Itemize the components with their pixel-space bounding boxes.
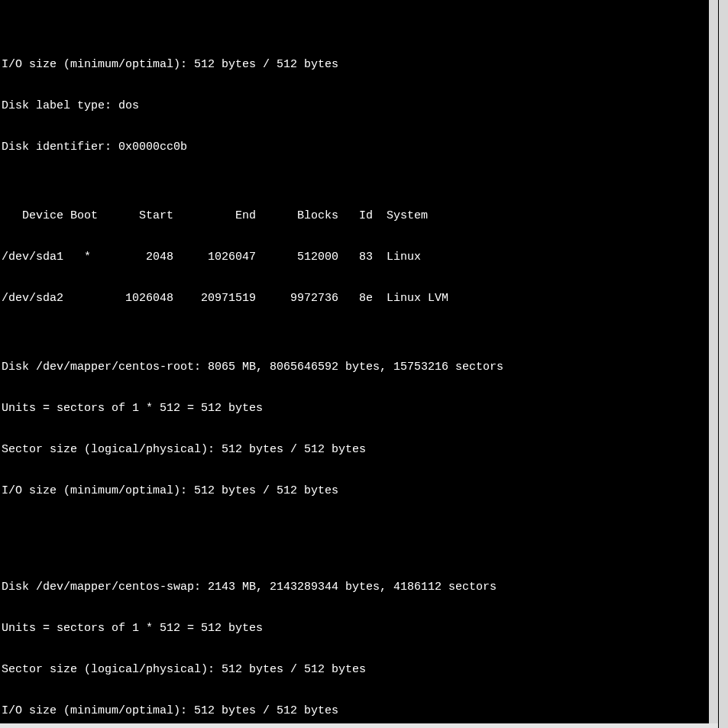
output-line: Sector size (logical/physical): 512 byte… <box>2 443 707 457</box>
output-line: Sector size (logical/physical): 512 byte… <box>2 663 707 677</box>
output-line: I/O size (minimum/optimal): 512 bytes / … <box>2 704 707 718</box>
window-bottom-border <box>0 723 718 728</box>
output-line: Device Boot Start End Blocks Id System <box>2 209 707 223</box>
vertical-scrollbar[interactable] <box>719 0 728 728</box>
output-line: Disk /dev/mapper/centos-swap: 2143 MB, 2… <box>2 581 707 594</box>
output-line: Disk /dev/mapper/centos-root: 8065 MB, 8… <box>2 361 707 374</box>
output-line: /dev/sda2 1026048 20971519 9972736 8e Li… <box>2 292 707 306</box>
output-line: I/O size (minimum/optimal): 512 bytes / … <box>2 484 707 498</box>
output-line: Disk label type: dos <box>2 99 707 113</box>
output-line: Units = sectors of 1 * 512 = 512 bytes <box>2 402 707 416</box>
output-line: I/O size (minimum/optimal): 512 bytes / … <box>2 58 707 72</box>
output-line: Units = sectors of 1 * 512 = 512 bytes <box>2 622 707 636</box>
terminal-output: I/O size (minimum/optimal): 512 bytes / … <box>2 31 707 728</box>
output-line: /dev/sda1 * 2048 1026047 512000 83 Linux <box>2 251 707 264</box>
terminal-window[interactable]: I/O size (minimum/optimal): 512 bytes / … <box>0 0 718 728</box>
output-line: Disk identifier: 0x0000cc0b <box>2 141 707 154</box>
